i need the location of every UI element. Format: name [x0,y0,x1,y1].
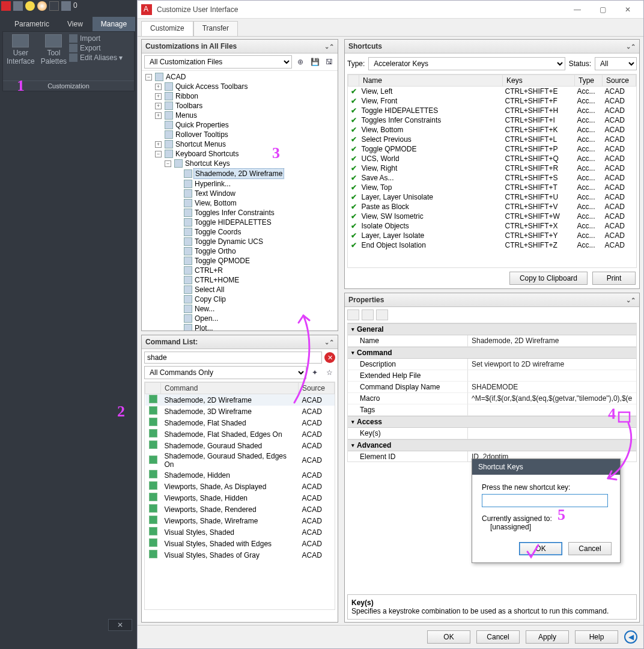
status-select[interactable]: All [595,57,637,70]
dialog-titlebar[interactable]: Customize User Interface — ▢ ✕ [138,1,643,19]
table-row[interactable]: Viewports, Shade, As DisplayedACAD [145,481,335,492]
table-row[interactable]: Visual Styles, ShadedACAD [145,526,335,538]
popup-title[interactable]: Shortcut Keys [472,459,620,475]
close-button[interactable]: ✕ [616,3,640,16]
tree-item[interactable]: Text Window [174,189,336,198]
ribbon-small-button[interactable]: Import [69,34,123,43]
tree-item[interactable]: Plot... [174,323,336,331]
table-row[interactable]: Viewports, Shade, WireframeACAD [145,515,335,526]
col-command[interactable]: Command [161,383,299,394]
tree-item[interactable]: +Toolbars [155,101,336,111]
table-row[interactable]: ✔Toggle HIDEPALETTESCTRL+SHIFT+HAcc...AC… [348,106,636,115]
table-row[interactable]: ✔Save As...CTRL+SHIFT+SAcc...ACAD [348,173,636,183]
table-row[interactable]: Shademode, Flat ShadedACAD [145,417,335,428]
user-interface-button[interactable]: User Interface [7,34,35,66]
tree-item[interactable]: −ACAD [145,72,336,82]
ribbon-tab[interactable]: Parametric [6,17,58,31]
property-row[interactable]: Extended Help File [348,370,636,382]
status-bar-close[interactable]: ✕ [108,619,132,631]
apply-button[interactable]: Apply [526,630,569,644]
quick-access-toolbar[interactable]: 0 [1,1,77,11]
tree-item[interactable]: Hyperlink... [174,179,336,189]
tool-palettes-button[interactable]: Tool Palettes [41,34,67,66]
table-row[interactable]: ✔View, RightCTRL+SHIFT+RAcc...ACAD [348,163,636,173]
save-icon[interactable]: 💾 [309,56,321,68]
tree-item[interactable]: −Keyboard Shortcuts [155,149,336,159]
tree-item[interactable]: CTRL+HOME [174,275,336,285]
table-row[interactable]: Viewports, Shade, RenderedACAD [145,504,335,515]
table-row[interactable]: ✔View, BottomCTRL+SHIFT+KAcc...ACAD [348,125,636,135]
table-row[interactable]: ✔UCS, WorldCTRL+SHIFT+QAcc...ACAD [348,154,636,163]
collapse-icon[interactable]: ⌄⌃ [626,297,636,303]
tree-item[interactable]: Toggle HIDEPALETTES [174,218,336,227]
alphabetical-icon[interactable] [362,309,374,320]
table-row[interactable]: Shademode, 3D WireframeACAD [145,406,335,417]
table-row[interactable]: ✔Select PreviousCTRL+SHIFT+LAcc...ACAD [348,135,636,144]
col-source[interactable]: Source [603,75,636,87]
tree-item[interactable]: Select All [174,285,336,294]
table-row[interactable]: Shademode, Gouraud ShadedACAD [145,440,335,451]
command-search-input[interactable] [144,352,322,364]
dialog-tab[interactable]: Transfer [193,21,238,36]
table-row[interactable]: ✔End Object IsolationCTRL+SHIFT+ZAcc...A… [348,240,636,250]
property-grid[interactable]: ▾GeneralNameShademode, 2D Wireframe▾Comm… [347,323,637,462]
table-row[interactable]: Shademode, 2D WireframeACAD [145,394,335,406]
ribbon-tab[interactable]: Manage [93,17,135,31]
col-source[interactable]: Source [299,383,335,394]
tree-item[interactable]: View, Bottom [174,198,336,208]
load-partial-icon[interactable]: ⊕ [294,56,306,68]
tree-item[interactable]: Toggles Infer Constraints [174,208,336,218]
maximize-button[interactable]: ▢ [591,3,615,16]
table-row[interactable]: Shademode, HiddenACAD [145,469,335,481]
hscrollbar[interactable] [142,612,338,622]
tree-item[interactable]: Toggle QPMODE [174,256,336,266]
copy-to-clipboard-button[interactable]: Copy to Clipboard [509,272,588,285]
tree-item[interactable]: −Shortcut Keys [165,159,336,168]
tree-item[interactable]: Copy Clip [174,294,336,304]
tree-item[interactable]: Open... [174,314,336,323]
save-all-icon[interactable]: 🖫 [323,56,335,68]
clear-search-icon[interactable]: ✕ [324,352,335,363]
tree-item[interactable]: Toggle Dynamic UCS [174,237,336,246]
table-row[interactable]: Shademode, Gouraud Shaded, Edges OnACAD [145,451,335,469]
popup-cancel-button[interactable]: Cancel [568,542,612,555]
col-keys[interactable]: Keys [503,75,575,87]
col-type[interactable]: Type [575,75,603,87]
table-row[interactable]: ✔Paste as BlockCTRL+SHIFT+VAcc...ACAD [348,202,636,212]
tree-item[interactable]: Quick Properties [155,120,336,130]
collapse-icon[interactable]: ⌄⌃ [626,43,636,50]
table-row[interactable]: ✔Toggle QPMODECTRL+SHIFT+PAcc...ACAD [348,144,636,154]
dialog-tab[interactable]: Customize [141,21,193,36]
table-row[interactable]: ✔Layer, Layer IsolateCTRL+SHIFT+YAcc...A… [348,231,636,240]
property-row[interactable]: Key(s) [348,428,636,439]
command-category-select[interactable]: All Commands Only [144,366,306,379]
tree-item[interactable]: Shademode, 2D Wireframe [174,168,336,179]
table-row[interactable]: ✔Isolate ObjectsCTRL+SHIFT+XAcc...ACAD [348,221,636,231]
table-row[interactable]: ✔View, FrontCTRL+SHIFT+FAcc...ACAD [348,96,636,106]
table-row[interactable]: Shademode, Flat Shaded, Edges OnACAD [145,428,335,440]
print-button[interactable]: Print [592,272,636,285]
find-command-icon[interactable]: ☆ [323,367,335,379]
tree-item[interactable]: Toggle Ortho [174,246,336,256]
ribbon-tab[interactable]: View [59,17,91,31]
cancel-button[interactable]: Cancel [476,630,520,644]
tree-item[interactable]: +Menus [155,111,336,120]
collapse-icon[interactable]: ⌄⌃ [324,43,334,50]
ribbon-small-button[interactable]: Export [69,44,123,52]
tree-item[interactable]: New... [174,304,336,314]
property-row[interactable]: Command Display NameSHADEMODE [348,382,636,393]
table-row[interactable]: ✔Layer, Layer UnisolateCTRL+SHIFT+UAcc..… [348,192,636,202]
categorized-icon[interactable] [347,309,359,320]
table-row[interactable]: ✔View, SW IsometricCTRL+SHIFT+WAcc...ACA… [348,212,636,221]
property-pages-icon[interactable] [376,309,388,320]
ribbon-small-button[interactable]: Edit Aliases ▾ [69,53,123,62]
table-row[interactable]: ✔View, TopCTRL+SHIFT+TAcc...ACAD [348,183,636,192]
property-category[interactable]: ▾General [348,323,636,335]
tree-item[interactable]: Toggle Coords [174,227,336,237]
table-row[interactable]: Visual Styles, Shades of GrayACAD [145,549,335,561]
property-category[interactable]: ▾Advanced [348,439,636,451]
property-row[interactable]: Macro^M=$(if,$(or,$(and,$(eq,$(getvar,"t… [348,393,636,404]
table-row[interactable]: ✔Toggles Infer ConstraintsCTRL+SHIFT+IAc… [348,115,636,125]
property-row[interactable]: DescriptionSet viewport to 2D wireframe [348,359,636,370]
col-name[interactable]: Name [359,75,503,87]
